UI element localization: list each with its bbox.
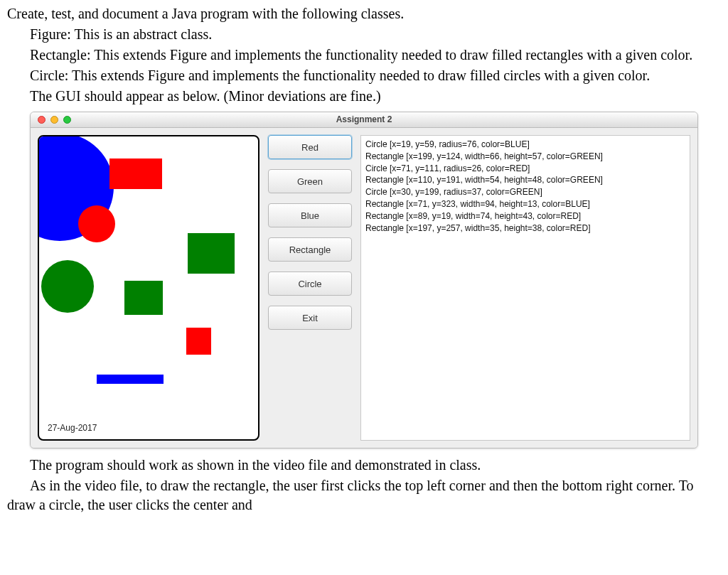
log-line: Rectangle [x=71, y=323, width=94, height… [365, 198, 685, 210]
paragraph-5: The GUI should appear as below. (Minor d… [7, 87, 721, 106]
log-line: Circle [x=19, y=59, radius=76, color=BLU… [365, 139, 685, 151]
log-line: Rectangle [x=110, y=191, width=54, heigh… [365, 174, 685, 186]
log-line: Circle [x=30, y=199, radius=37, color=GR… [365, 186, 685, 198]
paragraph-7: As in the video file, to draw the rectan… [7, 476, 721, 515]
circle-button[interactable]: Circle [268, 272, 352, 296]
rectangle-button[interactable]: Rectangle [268, 237, 352, 262]
exit-button[interactable]: Exit [268, 306, 352, 330]
paragraph-1: Create, test, and document a Java progra… [7, 4, 721, 23]
gui-screenshot: Assignment 2 27-Aug-2017 Red Green Blue … [30, 112, 698, 448]
rectangle-shape [124, 281, 163, 315]
log-line: Rectangle [x=199, y=124, width=66, heigh… [365, 151, 685, 163]
shape-log[interactable]: Circle [x=19, y=59, radius=76, color=BLU… [360, 135, 690, 441]
paragraph-6: The program should work as shown in the … [7, 456, 721, 475]
paragraph-3: Rectangle: This extends Figure and imple… [7, 45, 721, 65]
circle-shape [78, 205, 115, 242]
rectangle-shape [97, 375, 164, 384]
app-window: Assignment 2 27-Aug-2017 Red Green Blue … [30, 112, 698, 448]
paragraph-4: Circle: This extends Figure and implemen… [7, 66, 721, 85]
log-line: Rectangle [x=89, y=19, width=74, height=… [365, 210, 685, 222]
window-content: 27-Aug-2017 Red Green Blue Rectangle Cir… [31, 128, 697, 448]
green-button[interactable]: Green [268, 169, 352, 193]
red-button[interactable]: Red [268, 135, 352, 159]
circle-shape [41, 260, 94, 313]
drawing-canvas-frame: 27-Aug-2017 [38, 135, 259, 441]
button-column: Red Green Blue Rectangle Circle Exit [268, 135, 352, 441]
blue-button[interactable]: Blue [268, 203, 352, 227]
rectangle-shape [109, 158, 162, 189]
rectangle-shape [188, 233, 235, 274]
log-line: Circle [x=71, y=111, radius=26, color=RE… [365, 163, 685, 175]
window-title: Assignment 2 [31, 114, 697, 125]
rectangle-shape [186, 328, 211, 355]
date-label: 27-Aug-2017 [48, 422, 97, 434]
window-titlebar: Assignment 2 [31, 112, 697, 128]
paragraph-2: Figure: This is an abstract class. [7, 25, 721, 44]
drawing-canvas[interactable] [46, 145, 251, 417]
log-line: Rectangle [x=197, y=257, width=35, heigh… [365, 222, 685, 235]
